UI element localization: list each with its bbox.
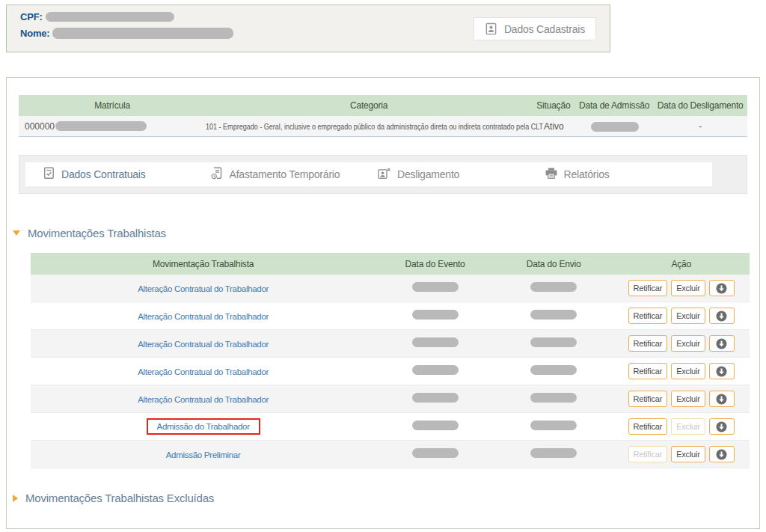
envio-redacted-value [530,393,577,403]
desligamento-value: - [654,121,747,132]
dados-cadastrais-button[interactable]: Dados Cadastrais [474,17,596,40]
nome-label: Nome: [20,28,49,39]
excluir-button[interactable]: Excluir [671,335,705,352]
download-button[interactable] [709,418,735,435]
triangle-right-icon [13,495,18,502]
table-row: Alteração Contratual do Trabalhador Reti… [31,302,750,330]
cpf-label: CPF: [20,11,43,22]
download-button[interactable] [709,280,735,296]
table-row: Alteração Contratual do Trabalhador Reti… [31,275,750,302]
movements-table-body: Alteração Contratual do Trabalhador Reti… [31,275,750,468]
evento-redacted-value [412,337,459,347]
movement-link[interactable]: Alteração Contratual do Trabalhador [138,367,269,376]
employment-row: 000000 101 - Empregado - Geral, inclusiv… [19,116,747,137]
table-row: Admissão do Trabalhador Retificar Exclui… [31,413,750,441]
col-situacao: Situação [532,100,575,111]
movement-link[interactable]: Admissão do Trabalhador [147,418,260,435]
evento-redacted-value [412,282,459,292]
retificar-button[interactable]: Retificar [628,308,668,324]
movements-table-header: Movimentação Trabalhista Data do Evento … [31,253,750,275]
col-acao: Ação [613,259,750,269]
envio-redacted-value [530,448,577,458]
retificar-button[interactable]: Retificar [628,418,668,435]
matricula-redacted-value [55,121,147,131]
employment-panel: Matrícula Categoria Situação Data de Adm… [6,77,760,529]
person-info-panel: CPF: Nome: Dados Cadastrais [6,4,610,52]
download-circle-icon [716,394,727,405]
retificar-button[interactable]: Retificar [628,335,668,352]
excluir-button: Excluir [671,418,705,435]
contact-card-icon [485,22,497,35]
download-button[interactable] [709,335,735,352]
movement-link[interactable]: Alteração Contratual do Trabalhador [138,340,269,349]
printer-icon [545,168,557,181]
envio-redacted-value [530,310,577,319]
envio-redacted-value [530,421,577,430]
tab-label: Desligamento [397,168,459,180]
excluir-button[interactable]: Excluir [671,308,705,324]
tab-afastamento-temporario[interactable]: Afastamento Temporário [211,167,379,182]
movement-link[interactable]: Alteração Contratual do Trabalhador [138,284,269,293]
movement-link[interactable]: Alteração Contratual do Trabalhador [138,395,269,404]
tab-label: Relatórios [564,168,610,180]
excluir-button[interactable]: Excluir [671,446,705,462]
download-button[interactable] [709,446,735,462]
employment-table: Matrícula Categoria Situação Data de Adm… [19,95,747,137]
categoria-value: 101 - Empregado - Geral, inclusive o emp… [206,122,543,131]
download-circle-icon [716,421,727,432]
col-categoria: Categoria [206,100,532,111]
evento-redacted-value [412,393,459,403]
excluir-button[interactable]: Excluir [671,280,705,296]
toolbar-container: Dados Contratuais Afastamento Temporário [19,155,747,194]
download-circle-icon [716,283,727,294]
matricula-value: 000000 [25,121,55,132]
excluded-section-title: Movimentações Trabalhistas Excluídas [25,492,214,504]
tab-desligamento[interactable]: Desligamento [378,168,545,182]
download-button[interactable] [709,363,735,379]
table-row: Alteração Contratual do Trabalhador Reti… [31,385,750,413]
retificar-button: Retificar [628,446,668,462]
col-matricula: Matrícula [19,100,206,111]
download-circle-icon [716,449,727,460]
download-button[interactable] [709,391,735,407]
table-row: Alteração Contratual do Trabalhador Reti… [31,330,750,358]
col-data-do-evento: Data do Evento [376,259,494,269]
tab-relatorios[interactable]: Relatórios [545,168,713,181]
download-circle-icon [716,338,727,349]
dados-cadastrais-label: Dados Cadastrais [504,23,585,35]
evento-redacted-value [412,310,459,319]
download-circle-icon [716,366,727,377]
movements-section-header[interactable]: Movimentações Trabalhistas [13,227,747,239]
retificar-button[interactable]: Retificar [628,280,668,296]
excluded-section-header[interactable]: Movimentações Trabalhistas Excluídas [13,492,747,504]
excluir-button[interactable]: Excluir [671,363,705,379]
excluir-button[interactable]: Excluir [671,391,705,407]
envio-redacted-value [530,365,577,375]
col-data-desligamento: Data do Desligamento [653,100,747,111]
document-clock-icon [211,167,223,182]
movements-table: Movimentação Trabalhista Data do Evento … [31,253,750,468]
movement-link[interactable]: Admissão Preliminar [166,450,241,459]
envio-redacted-value [530,337,577,347]
col-movimentacao-trabalhista: Movimentação Trabalhista [31,259,376,269]
evento-redacted-value [412,365,459,375]
nome-redacted-value [52,28,233,39]
evento-redacted-value [412,448,459,458]
envio-redacted-value [530,282,577,292]
tab-label: Dados Contratuais [61,168,146,180]
movement-link[interactable]: Alteração Contratual do Trabalhador [138,312,269,321]
retificar-button[interactable]: Retificar [628,391,668,407]
table-row: Admissão Preliminar Retificar Excluir [31,441,750,468]
tab-dados-contratuais[interactable]: Dados Contratuais [43,167,211,182]
admissao-redacted-value [591,122,639,132]
person-x-icon [378,168,390,182]
col-data-admissao: Data de Admissão [575,100,654,111]
retificar-button[interactable]: Retificar [628,363,668,379]
table-row: Alteração Contratual do Trabalhador Reti… [31,358,750,385]
evento-redacted-value [412,421,459,430]
page: CPF: Nome: Dados Cadastrais Mat [0,0,766,532]
cpf-redacted-value [46,12,174,22]
col-data-do-envio: Data do Envio [494,259,613,269]
download-button[interactable] [709,308,735,324]
movements-section-title: Movimentações Trabalhistas [28,227,166,239]
